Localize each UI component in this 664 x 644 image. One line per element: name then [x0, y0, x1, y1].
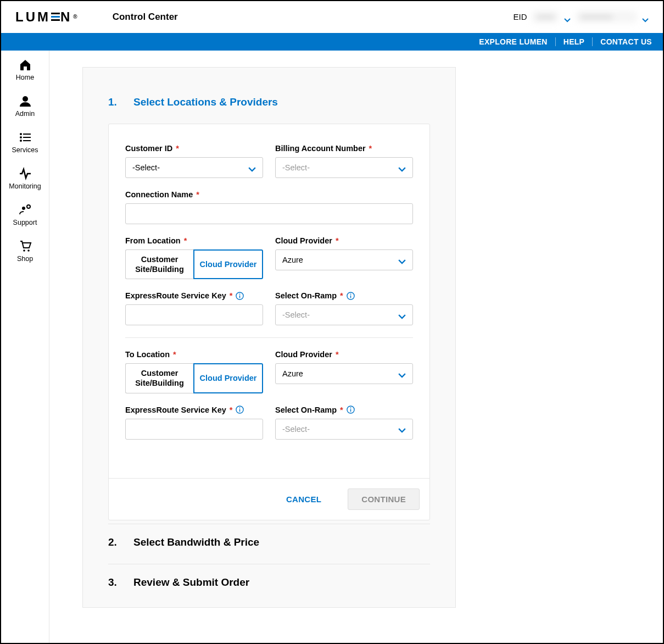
- step-number: 3.: [108, 576, 118, 589]
- billing-select[interactable]: -Select-: [275, 157, 413, 178]
- svg-point-1: [20, 133, 22, 135]
- to-option-site[interactable]: Customer Site/Building: [125, 363, 193, 393]
- cart-icon: [19, 240, 32, 253]
- to-location-field: To Location * Customer Site/Building Clo…: [125, 350, 263, 393]
- step-title: Review & Submit Order: [133, 576, 249, 589]
- svg-point-13: [239, 293, 241, 295]
- svg-rect-21: [350, 409, 351, 412]
- eid-value: ••••••: [532, 11, 559, 23]
- info-icon[interactable]: [236, 292, 244, 300]
- svg-rect-4: [23, 137, 31, 138]
- sidebar-item-admin[interactable]: Admin: [1, 95, 49, 118]
- step-number: 2.: [108, 536, 118, 548]
- app-title: Control Center: [113, 12, 178, 23]
- er-key-to-field: ExpressRoute Service Key *: [125, 406, 263, 440]
- field-label: ExpressRoute Service Key: [125, 291, 226, 300]
- required-indicator: *: [369, 144, 372, 153]
- from-option-site[interactable]: Customer Site/Building: [125, 249, 193, 279]
- sidebar-item-home[interactable]: Home: [1, 58, 49, 81]
- svg-point-22: [350, 407, 351, 408]
- chevron-down-icon: [398, 312, 406, 318]
- svg-rect-12: [239, 295, 241, 298]
- chevron-down-icon: [398, 371, 406, 376]
- from-location-toggle: Customer Site/Building Cloud Provider: [125, 249, 263, 279]
- user-icon: [19, 95, 32, 108]
- required-indicator: *: [340, 406, 343, 414]
- required-indicator: *: [336, 350, 339, 359]
- sidebar-item-services[interactable]: Services: [1, 131, 49, 154]
- customer-id-field: Customer ID * -Select-: [125, 144, 263, 178]
- required-indicator: *: [176, 144, 179, 153]
- required-indicator: *: [173, 350, 176, 359]
- required-indicator: *: [230, 406, 233, 414]
- required-indicator: *: [230, 291, 233, 300]
- svg-rect-15: [350, 295, 351, 298]
- chevron-down-icon[interactable]: [642, 15, 649, 19]
- er-key-to-input[interactable]: [125, 419, 263, 440]
- info-icon[interactable]: [347, 406, 355, 414]
- er-key-from-field: ExpressRoute Service Key *: [125, 291, 263, 325]
- required-indicator: *: [196, 190, 199, 199]
- to-option-cloud[interactable]: Cloud Provider: [193, 363, 263, 393]
- field-label: Billing Account Number: [275, 144, 366, 153]
- from-option-cloud[interactable]: Cloud Provider: [193, 249, 263, 279]
- sidebar-item-support[interactable]: Support: [1, 203, 49, 226]
- onramp-to-select[interactable]: -Select-: [275, 419, 413, 440]
- chevron-down-icon: [398, 426, 406, 432]
- onramp-from-field: Select On-Ramp * -Select-: [275, 291, 413, 325]
- chevron-down-icon: [248, 165, 256, 170]
- sidebar-item-label: Home: [16, 74, 34, 81]
- cloud-provider-from-select[interactable]: Azure: [275, 249, 413, 270]
- svg-rect-6: [23, 140, 31, 141]
- customer-id-select[interactable]: -Select-: [125, 157, 263, 178]
- top-bar: LUMN® Control Center EID •••••• ••••••••…: [1, 1, 663, 33]
- required-indicator: *: [184, 236, 187, 245]
- svg-point-5: [20, 140, 22, 142]
- main-content: 1. Select Locations & Providers Customer…: [49, 51, 663, 643]
- home-icon: [19, 58, 32, 71]
- cancel-button[interactable]: CANCEL: [286, 495, 321, 504]
- lumen-logo: LUMN®: [15, 9, 77, 25]
- field-label: Select On-Ramp: [275, 291, 337, 300]
- svg-point-19: [239, 407, 241, 408]
- svg-point-0: [23, 96, 28, 102]
- step-3-row[interactable]: 3. Review & Submit Order: [108, 564, 430, 589]
- onramp-from-select[interactable]: -Select-: [275, 304, 413, 325]
- connection-name-input[interactable]: [125, 203, 413, 224]
- contact-link[interactable]: CONTACT US: [593, 37, 652, 46]
- to-location-toggle: Customer Site/Building Cloud Provider: [125, 363, 263, 393]
- list-icon: [19, 131, 32, 144]
- info-icon[interactable]: [236, 406, 244, 414]
- cloud-provider-to-field: Cloud Provider * Azure: [275, 350, 413, 393]
- field-label: Cloud Provider: [275, 350, 332, 359]
- info-icon[interactable]: [347, 292, 355, 300]
- utility-nav: EXPLORE LUMEN HELP CONTACT US: [1, 33, 663, 51]
- step-number: 1.: [108, 96, 118, 108]
- er-key-from-input[interactable]: [125, 304, 263, 325]
- sidebar-item-label: Services: [12, 146, 38, 154]
- svg-point-8: [27, 205, 30, 208]
- connection-name-field: Connection Name *: [125, 190, 413, 224]
- sidebar-item-label: Admin: [15, 110, 35, 118]
- continue-button[interactable]: CONTINUE: [348, 488, 420, 510]
- chevron-down-icon: [398, 257, 406, 263]
- svg-rect-18: [239, 409, 241, 412]
- step-title: Select Locations & Providers: [133, 96, 278, 108]
- explore-link[interactable]: EXPLORE LUMEN: [471, 37, 555, 46]
- account-value: •••••••••••: [576, 11, 637, 23]
- help-link[interactable]: HELP: [556, 37, 593, 46]
- sidebar-item-label: Shop: [17, 255, 33, 263]
- support-icon: [19, 203, 32, 216]
- sidebar-item-shop[interactable]: Shop: [1, 240, 49, 263]
- field-label: Connection Name: [125, 190, 193, 199]
- step-2-row[interactable]: 2. Select Bandwidth & Price: [108, 524, 430, 560]
- svg-rect-2: [23, 134, 31, 135]
- sidebar: Home Admin Services Monitoring Support: [1, 51, 49, 643]
- cloud-provider-to-select[interactable]: Azure: [275, 363, 413, 384]
- activity-icon: [19, 167, 32, 180]
- sidebar-item-monitoring[interactable]: Monitoring: [1, 167, 49, 190]
- field-label: Customer ID: [125, 144, 172, 153]
- svg-point-3: [20, 136, 22, 138]
- chevron-down-icon[interactable]: [564, 15, 571, 19]
- billing-field: Billing Account Number * -Select-: [275, 144, 413, 178]
